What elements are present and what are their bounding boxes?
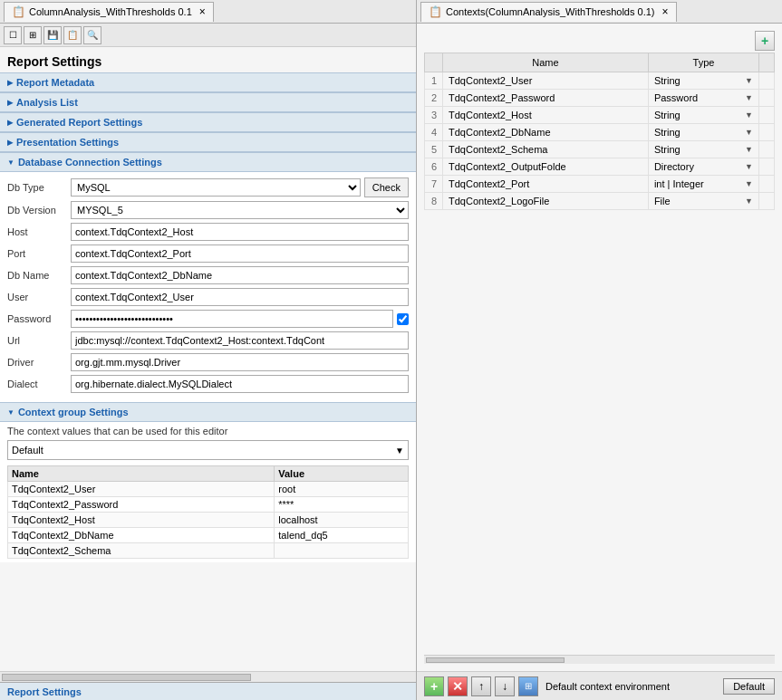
- check-button[interactable]: Check: [364, 177, 409, 197]
- table-row[interactable]: 1 TdqContext2_User String ▼: [425, 72, 775, 90]
- type-dropdown-arrow-icon[interactable]: ▼: [745, 110, 753, 120]
- ctx-row-value: talend_dq5: [275, 528, 409, 543]
- type-dropdown-arrow-icon[interactable]: ▼: [745, 128, 753, 137]
- rt-add-btn[interactable]: +: [424, 676, 444, 696]
- ctx-row-name: TdqContext2_Password: [8, 497, 275, 513]
- col-num-header: [425, 53, 443, 72]
- user-input[interactable]: [71, 288, 409, 306]
- table-row[interactable]: 3 TdqContext2_Host String ▼: [425, 107, 775, 124]
- export-icon: ⊞: [525, 681, 532, 691]
- dbname-input[interactable]: [71, 266, 409, 284]
- type-dropdown-arrow-icon[interactable]: ▼: [745, 179, 753, 188]
- section-analysis[interactable]: ▶ Analysis List: [0, 92, 416, 112]
- section-db-connection[interactable]: ▼ Database Connection Settings: [0, 152, 416, 172]
- context-table-row: TdqContext2_DbNametalend_dq5: [8, 528, 409, 543]
- arrow-analysis: ▶: [7, 99, 13, 107]
- driver-row: Driver: [7, 353, 409, 371]
- left-tab-close[interactable]: ×: [199, 5, 206, 18]
- left-tab[interactable]: 📋 ColumnAnalysis_WithThresholds 0.1 ×: [4, 2, 214, 22]
- row-action: [759, 193, 775, 210]
- type-dropdown-arrow-icon[interactable]: ▼: [745, 197, 753, 206]
- toolbar-save-btn[interactable]: 💾: [43, 26, 62, 44]
- type-dropdown-arrow-icon[interactable]: ▼: [745, 145, 753, 154]
- ctx-row-value: root: [275, 482, 409, 497]
- section-generated[interactable]: ▶ Generated Report Settings: [0, 112, 416, 132]
- arrow-presentation: ▶: [7, 139, 13, 147]
- port-input[interactable]: [71, 245, 409, 263]
- contexts-table: Name Type 1 TdqContext2_User String ▼ 2: [424, 53, 775, 210]
- right-tab[interactable]: 📋 Contexts(ColumnAnalysis_WithThresholds…: [420, 2, 677, 22]
- table-row[interactable]: 5 TdqContext2_Schema String ▼: [425, 141, 775, 158]
- password-checkbox[interactable]: [397, 313, 409, 325]
- row-name: TdqContext2_Schema: [443, 141, 649, 158]
- rt-up-btn[interactable]: ↑: [471, 676, 491, 696]
- panel-content: ▶ Report Metadata ▶ Analysis List ▶ Gene…: [0, 72, 416, 671]
- type-dropdown-arrow-icon[interactable]: ▼: [745, 162, 753, 171]
- db-type-select[interactable]: MySQL: [71, 178, 361, 197]
- row-name: TdqContext2_OutputFolde: [443, 158, 649, 176]
- left-scroll-bar[interactable]: [0, 671, 416, 682]
- url-input[interactable]: [71, 331, 409, 350]
- default-button[interactable]: Default: [723, 678, 775, 695]
- down-icon: ↓: [502, 680, 507, 693]
- dbname-row: Db Name: [7, 266, 409, 284]
- type-value: String: [654, 127, 681, 138]
- panel-title: Report Settings: [0, 47, 416, 72]
- user-row: User: [7, 288, 409, 306]
- ctx-row-name: TdqContext2_Host: [8, 513, 275, 528]
- password-input[interactable]: [71, 310, 393, 328]
- row-action: [759, 124, 775, 141]
- db-connection-content: Db Type MySQL Check Db Version MYSQL_5 H…: [0, 172, 416, 402]
- right-h-scrollbar[interactable]: [424, 655, 775, 664]
- ctx-row-name: TdqContext2_Schema: [8, 543, 275, 559]
- table-row[interactable]: 8 TdqContext2_LogoFile File ▼: [425, 193, 775, 210]
- right-tab-title: Contexts(ColumnAnalysis_WithThresholds 0…: [446, 6, 654, 17]
- section-metadata[interactable]: ▶ Report Metadata: [0, 72, 416, 92]
- table-row[interactable]: 7 TdqContext2_Port int | Integer ▼: [425, 176, 775, 193]
- row-number: 7: [425, 176, 443, 193]
- right-tab-close[interactable]: ×: [661, 5, 668, 18]
- type-value: Directory: [654, 161, 694, 172]
- arrow-generated: ▶: [7, 119, 13, 127]
- left-tab-bar: 📋 ColumnAnalysis_WithThresholds 0.1 ×: [0, 0, 416, 24]
- context-table-row: TdqContext2_Password****: [8, 497, 409, 513]
- type-dropdown-arrow-icon[interactable]: ▼: [745, 76, 753, 85]
- add-icon: +: [430, 679, 438, 694]
- host-input[interactable]: [71, 223, 409, 241]
- user-label: User: [7, 292, 71, 302]
- db-version-select[interactable]: MYSQL_5: [71, 201, 409, 219]
- type-dropdown-arrow-icon[interactable]: ▼: [745, 93, 753, 102]
- rt-export-btn[interactable]: ⊞: [518, 676, 538, 696]
- row-number: 2: [425, 90, 443, 107]
- rt-down-btn[interactable]: ↓: [495, 676, 515, 696]
- context-dropdown-arrow-icon[interactable]: ▼: [395, 446, 404, 455]
- add-context-button[interactable]: +: [755, 31, 775, 51]
- dialect-input[interactable]: [71, 375, 409, 393]
- ctx-row-value: localhost: [275, 513, 409, 528]
- toolbar-copy-btn[interactable]: 📋: [63, 26, 82, 44]
- section-db-label: Database Connection Settings: [18, 157, 162, 168]
- db-version-row: Db Version MYSQL_5: [7, 201, 409, 219]
- table-row[interactable]: 6 TdqContext2_OutputFolde Directory ▼: [425, 158, 775, 176]
- context-dropdown-value: Default: [12, 445, 395, 455]
- section-presentation[interactable]: ▶ Presentation Settings: [0, 132, 416, 152]
- type-value: String: [654, 75, 681, 86]
- type-value: File: [654, 196, 671, 206]
- type-value: int | Integer: [654, 178, 704, 189]
- rt-remove-btn[interactable]: ✕: [448, 676, 468, 696]
- row-type: String ▼: [648, 72, 758, 90]
- toolbar-search-btn[interactable]: 🔍: [83, 26, 101, 44]
- row-type: Directory ▼: [648, 158, 758, 176]
- ctx-row-name: TdqContext2_DbName: [8, 528, 275, 543]
- section-context-group[interactable]: ▼ Context group Settings: [0, 402, 416, 422]
- context-values-table: Name Value TdqContext2_UserrootTdqContex…: [7, 465, 409, 559]
- port-label: Port: [7, 248, 71, 259]
- driver-input[interactable]: [71, 353, 409, 371]
- ctx-row-name: TdqContext2_User: [8, 482, 275, 497]
- up-icon: ↑: [478, 680, 484, 693]
- toolbar-new-btn[interactable]: ☐: [4, 26, 22, 44]
- toolbar-add-btn[interactable]: ⊞: [24, 26, 42, 44]
- table-row[interactable]: 2 TdqContext2_Password Password ▼: [425, 90, 775, 107]
- table-row[interactable]: 4 TdqContext2_DbName String ▼: [425, 124, 775, 141]
- row-action: [759, 90, 775, 107]
